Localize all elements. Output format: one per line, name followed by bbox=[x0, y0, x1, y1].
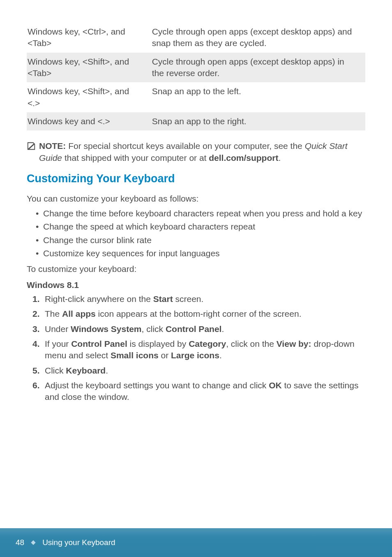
note-label: NOTE: bbox=[39, 141, 66, 151]
note-block: NOTE: For special shortcut keys availabl… bbox=[27, 140, 365, 164]
step-text: is displayed by bbox=[127, 339, 189, 348]
diamond-icon bbox=[31, 540, 35, 545]
step-bold: Control Panel bbox=[166, 324, 222, 334]
step-bold: Start bbox=[153, 294, 173, 304]
shortcut-key-cell: Windows key, <Shift>, and <.> bbox=[27, 82, 149, 112]
step-text: or bbox=[159, 350, 171, 360]
shortcut-key-cell: Windows key, <Ctrl>, and <Tab> bbox=[27, 23, 149, 53]
customize-lead: To customize your keyboard: bbox=[27, 263, 365, 275]
list-item: Customize key sequences for input langua… bbox=[43, 248, 365, 259]
step-text: The bbox=[45, 309, 62, 318]
step-bold: Windows System bbox=[71, 324, 142, 334]
step-item: 2.The All apps icon appears at the botto… bbox=[38, 308, 365, 320]
list-item: Change the time before keyboard characte… bbox=[43, 208, 365, 219]
step-number: 3. bbox=[32, 323, 40, 335]
step-text: , click bbox=[142, 324, 166, 334]
step-text: . bbox=[219, 350, 222, 360]
step-number: 1. bbox=[32, 293, 40, 305]
step-bold: Small icons bbox=[111, 350, 159, 360]
shortcut-desc-cell: Snap an app to the right. bbox=[149, 112, 365, 130]
step-bold: OK bbox=[269, 381, 282, 390]
table-row: Windows key, <Ctrl>, and <Tab>Cycle thro… bbox=[27, 23, 365, 53]
shortcut-desc-cell: Cycle through open apps (except desktop … bbox=[149, 23, 365, 53]
intro-text: You can customize your keyboard as follo… bbox=[27, 193, 365, 204]
bullet-list: Change the time before keyboard characte… bbox=[27, 208, 365, 259]
step-item: 1.Right-click anywhere on the Start scre… bbox=[38, 293, 365, 305]
step-bold: View by: bbox=[277, 339, 311, 348]
step-bold: Keyboard bbox=[66, 366, 106, 375]
step-text: Under bbox=[45, 324, 71, 334]
page-number: 48 bbox=[16, 537, 24, 548]
step-text: Adjust the keyboard settings you want to… bbox=[45, 381, 269, 390]
steps-list: 1.Right-click anywhere on the Start scre… bbox=[27, 293, 365, 403]
step-text: If your bbox=[45, 339, 71, 348]
step-number: 6. bbox=[32, 380, 40, 391]
list-item: Change the speed at which keyboard chara… bbox=[43, 221, 365, 232]
shortcuts-table: Windows key, <Ctrl>, and <Tab>Cycle thro… bbox=[27, 23, 365, 130]
step-text: . bbox=[106, 366, 108, 375]
section-heading: Customizing Your Keyboard bbox=[27, 171, 365, 186]
list-item: Change the cursor blink rate bbox=[43, 234, 365, 246]
note-part1: For special shortcut keys available on y… bbox=[66, 141, 304, 151]
step-text: Click bbox=[45, 366, 66, 375]
step-text: Right-click anywhere on the bbox=[45, 294, 153, 304]
table-row: Windows key, <Shift>, and <.>Snap an app… bbox=[27, 82, 365, 112]
shortcut-key-cell: Windows key and <.> bbox=[27, 112, 149, 130]
os-subheading: Windows 8.1 bbox=[27, 279, 365, 291]
shortcut-desc-cell: Cycle through open apps (except desktop … bbox=[149, 53, 365, 83]
step-bold: Large icons bbox=[171, 350, 219, 360]
step-item: 5.Click Keyboard. bbox=[38, 365, 365, 376]
step-text: screen. bbox=[173, 294, 204, 304]
step-item: 4.If your Control Panel is displayed by … bbox=[38, 338, 365, 362]
step-text: icon appears at the bottom-right corner … bbox=[96, 309, 302, 318]
page-footer: 48 Using your Keyboard bbox=[0, 528, 392, 557]
page-content: Windows key, <Ctrl>, and <Tab>Cycle thro… bbox=[0, 0, 392, 403]
table-row: Windows key and <.>Snap an app to the ri… bbox=[27, 112, 365, 130]
footer-title: Using your Keyboard bbox=[42, 537, 115, 548]
table-row: Windows key, <Shift>, and <Tab>Cycle thr… bbox=[27, 53, 365, 83]
shortcut-desc-cell: Snap an app to the left. bbox=[149, 82, 365, 112]
step-number: 4. bbox=[32, 338, 40, 350]
step-item: 3.Under Windows System, click Control Pa… bbox=[38, 323, 365, 335]
note-part2: that shipped with your computer or at bbox=[62, 153, 209, 162]
step-item: 6.Adjust the keyboard settings you want … bbox=[38, 380, 365, 403]
step-bold: All apps bbox=[62, 309, 96, 318]
shortcut-key-cell: Windows key, <Shift>, and <Tab> bbox=[27, 53, 149, 83]
step-bold: Category bbox=[189, 339, 226, 348]
step-number: 2. bbox=[32, 308, 40, 320]
note-icon bbox=[27, 142, 36, 151]
note-end: . bbox=[278, 153, 281, 162]
step-number: 5. bbox=[32, 365, 40, 376]
step-text: . bbox=[221, 324, 224, 334]
step-text: , click on the bbox=[226, 339, 277, 348]
note-text: NOTE: For special shortcut keys availabl… bbox=[39, 140, 365, 164]
step-bold: Control Panel bbox=[71, 339, 127, 348]
note-link: dell.com/support bbox=[209, 153, 278, 162]
